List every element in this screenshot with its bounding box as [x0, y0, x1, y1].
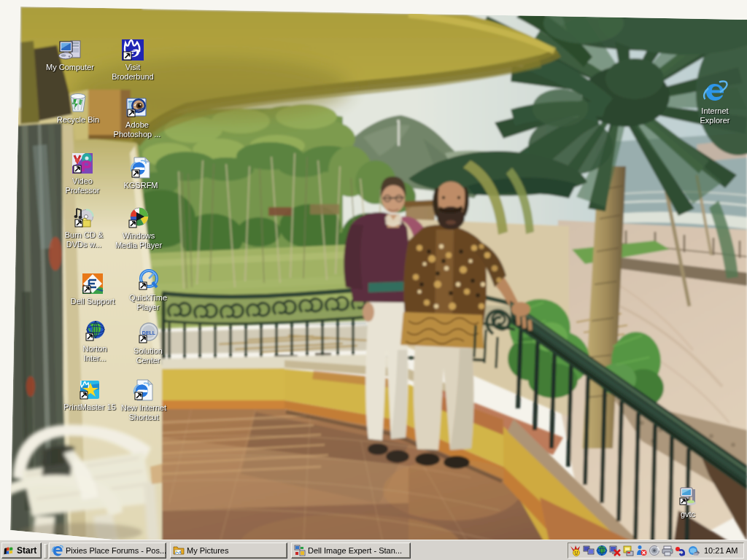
svg-text:DELL: DELL [142, 330, 156, 335]
